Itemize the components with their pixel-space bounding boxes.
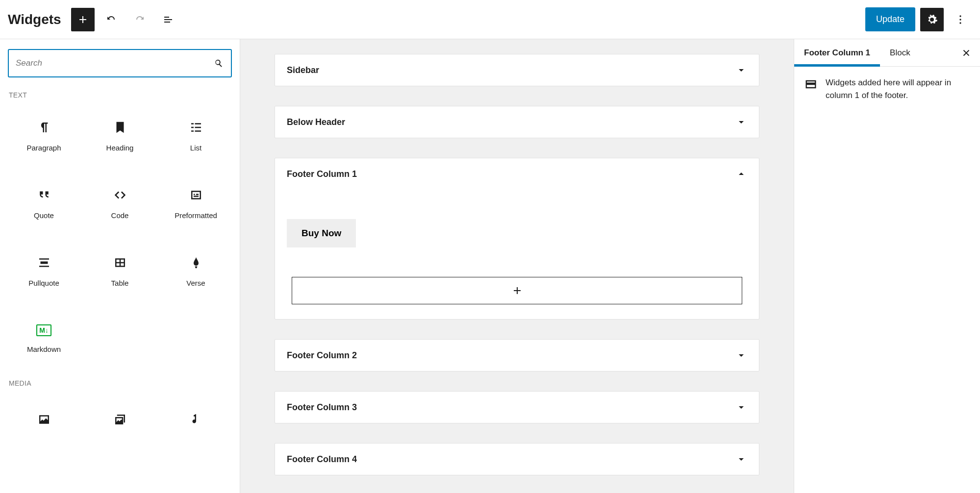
block-quote[interactable]: Quote — [8, 172, 80, 235]
area-footer-col-1: Footer Column 1 Buy Now — [275, 158, 759, 320]
tab-block[interactable]: Block — [880, 39, 920, 66]
redo-icon — [134, 14, 146, 25]
redo-button[interactable] — [128, 8, 151, 31]
list-view-icon — [162, 14, 174, 25]
area-title: Below Header — [287, 117, 735, 127]
block-label: Preformatted — [175, 211, 217, 220]
canvas: Sidebar Below Header Footer Column 1 Buy… — [240, 39, 794, 493]
list-view-button[interactable] — [156, 8, 180, 31]
area-title: Sidebar — [287, 65, 735, 75]
block-label: Paragraph — [26, 144, 61, 152]
block-gallery[interactable] — [84, 392, 156, 456]
block-label: Heading — [106, 144, 134, 152]
area-title: Footer Column 1 — [287, 169, 735, 179]
area-header[interactable]: Sidebar — [275, 54, 759, 86]
area-header[interactable]: Footer Column 2 — [275, 340, 759, 371]
area-footer-col-2: Footer Column 2 — [275, 339, 759, 371]
category-media: MEDIA — [9, 379, 232, 387]
more-vertical-icon — [955, 14, 966, 25]
close-inspector-button[interactable] — [956, 43, 976, 63]
table-icon — [113, 255, 127, 270]
svg-point-1 — [959, 19, 961, 20]
area-footer-col-4: Footer Column 4 — [275, 443, 759, 475]
block-label: Code — [111, 211, 129, 220]
inspector-description: Widgets added here will appear in column… — [826, 76, 970, 101]
svg-point-0 — [959, 15, 961, 17]
block-label: Pullquote — [28, 279, 59, 287]
area-header[interactable]: Footer Column 4 — [275, 444, 759, 475]
block-heading[interactable]: Heading — [84, 104, 156, 168]
page-title: Widgets — [8, 12, 61, 27]
block-markdown[interactable]: M↓ Markdown — [8, 307, 80, 370]
close-icon — [961, 48, 972, 58]
area-sidebar: Sidebar — [275, 54, 759, 86]
list-icon — [189, 120, 203, 135]
block-preformatted[interactable]: Preformatted — [160, 172, 232, 235]
chevron-up-icon — [735, 168, 747, 180]
bookmark-icon — [113, 120, 127, 135]
search-wrap[interactable] — [8, 49, 232, 77]
block-label: List — [190, 144, 201, 152]
topbar: Widgets Update — [0, 0, 980, 39]
block-label: Quote — [34, 211, 54, 220]
area-title: Footer Column 4 — [287, 454, 735, 465]
paragraph-icon — [37, 120, 51, 135]
area-header[interactable]: Below Header — [275, 106, 759, 138]
add-block-button[interactable] — [71, 8, 95, 31]
buy-now-button[interactable]: Buy Now — [287, 219, 356, 247]
image-icon — [37, 412, 51, 427]
chevron-down-icon — [735, 453, 747, 465]
svg-point-2 — [959, 22, 961, 24]
widget-area-icon — [804, 77, 818, 91]
undo-button[interactable] — [100, 8, 123, 31]
block-pullquote[interactable]: Pullquote — [8, 239, 80, 303]
tab-widget-area[interactable]: Footer Column 1 — [794, 39, 880, 66]
options-button[interactable] — [949, 8, 972, 31]
category-text: TEXT — [9, 91, 232, 99]
block-label: Markdown — [27, 345, 61, 353]
search-icon — [213, 58, 224, 69]
area-title: Footer Column 3 — [287, 402, 735, 413]
block-table[interactable]: Table — [84, 239, 156, 303]
chevron-down-icon — [735, 401, 747, 413]
pullquote-icon — [37, 255, 51, 270]
preformatted-icon — [189, 188, 203, 202]
area-header[interactable]: Footer Column 1 — [275, 158, 759, 190]
code-icon — [113, 188, 127, 202]
block-audio[interactable] — [160, 392, 232, 456]
block-code[interactable]: Code — [84, 172, 156, 235]
chevron-down-icon — [735, 116, 747, 128]
markdown-icon: M↓ — [36, 324, 51, 336]
audio-icon — [189, 412, 203, 427]
gear-icon — [926, 14, 938, 25]
settings-button[interactable] — [920, 8, 944, 31]
undo-icon — [105, 14, 117, 25]
block-paragraph[interactable]: Paragraph — [8, 104, 80, 168]
plus-icon — [77, 14, 89, 25]
plus-icon — [511, 285, 523, 296]
chevron-down-icon — [735, 64, 747, 76]
chevron-down-icon — [735, 349, 747, 361]
search-input[interactable] — [16, 58, 213, 68]
area-footer-col-3: Footer Column 3 — [275, 391, 759, 423]
quote-icon — [37, 188, 51, 202]
block-verse[interactable]: Verse — [160, 239, 232, 303]
area-header[interactable]: Footer Column 3 — [275, 392, 759, 423]
update-button[interactable]: Update — [865, 7, 915, 31]
block-image[interactable] — [8, 392, 80, 456]
block-label: Table — [111, 279, 129, 287]
area-title: Footer Column 2 — [287, 350, 735, 361]
gallery-icon — [113, 412, 127, 427]
add-block-appender[interactable] — [292, 277, 742, 304]
block-list[interactable]: List — [160, 104, 232, 168]
block-inserter: TEXT Paragraph Heading List Quote Code — [0, 39, 240, 493]
block-label: Verse — [186, 279, 205, 287]
verse-icon — [189, 255, 203, 270]
inspector: Footer Column 1 Block Widgets added here… — [794, 39, 980, 493]
area-below-header: Below Header — [275, 106, 759, 138]
